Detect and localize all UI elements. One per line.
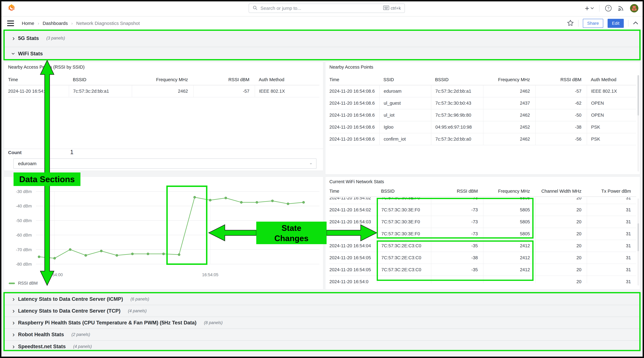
table-cell: 20	[535, 252, 587, 264]
table-cell: 2024-11-20 16:54:02	[330, 197, 377, 204]
column-header[interactable]: Auth Method	[587, 74, 636, 85]
column-header[interactable]: RSSI dBM	[193, 74, 255, 85]
star-icon[interactable]	[567, 19, 574, 27]
section-title: Robot Health Stats	[18, 332, 64, 338]
table-row: 2024-11-20 16:54:047C:57:3C:2E:C3:C0-352…	[330, 240, 636, 252]
table-cell: 2024-11-20 16:54:04	[330, 228, 377, 240]
user-avatar[interactable]	[630, 4, 638, 12]
add-button[interactable]: +	[585, 4, 594, 12]
table-cell: -73	[431, 228, 483, 240]
edit-button[interactable]: Edit	[608, 19, 624, 28]
table-cell: 20	[535, 216, 587, 228]
table-cell: 2452	[483, 121, 535, 133]
scrollbar[interactable]	[638, 75, 639, 172]
column-header[interactable]: Tx Power dBm	[587, 186, 636, 196]
chevron-right-icon: ›	[12, 343, 15, 350]
menu-icon[interactable]	[7, 20, 14, 26]
table-cell: 2462	[132, 85, 193, 97]
breadcrumb-home[interactable]: Home	[22, 21, 34, 26]
column-header[interactable]: Auth Method	[255, 74, 320, 85]
news-rss-icon[interactable]	[617, 4, 625, 12]
share-button[interactable]: Share	[583, 19, 603, 28]
help-icon[interactable]: ?	[605, 5, 612, 12]
table-cell: -62	[535, 97, 587, 109]
table-cell: Igloo	[379, 121, 431, 133]
table-cell: 20	[535, 240, 587, 252]
table-cell: 2437	[483, 97, 535, 109]
table-cell: 7C:57:3C:2E:C3:C0	[377, 252, 431, 264]
table-current-wifi: 2024-11-20 16:54:027C:57:3C:30:3E:F0-735…	[330, 197, 636, 283]
table-cell: 2024-11-20 16:54:04	[330, 240, 377, 252]
section-row-raspberry-pi-health-stats-cpu-temperature-fan-pwm-5hz-test-data[interactable]: ›Raspberry Pi Health Stats (CPU Temperat…	[4, 317, 640, 329]
column-header[interactable]: SSID	[379, 74, 431, 85]
table-cell: 20	[535, 264, 587, 276]
table-cell: 31	[587, 252, 636, 264]
breadcrumb-separator: ›	[38, 21, 39, 26]
breadcrumb-dashboards[interactable]: Dashboards	[43, 21, 68, 26]
search-icon	[253, 5, 258, 11]
chart-legend[interactable]: RSSI dBM	[9, 281, 38, 286]
column-header[interactable]: RSSI dBM	[431, 186, 483, 196]
column-header[interactable]: Time	[330, 186, 377, 196]
section-row-5g-stats[interactable]: ›5G Stats(3 panels)	[4, 29, 640, 47]
table-cell: -38	[535, 121, 587, 133]
column-header[interactable]: Time	[330, 74, 379, 85]
table-cell: 2412	[483, 240, 535, 252]
column-header[interactable]: Time	[8, 74, 69, 85]
table-cell: 7C:57:3C:2E:C3:C0	[377, 240, 431, 252]
annotation-label-line2: Changes	[256, 233, 326, 243]
column-header[interactable]: BSSID	[377, 186, 431, 196]
table-row: 2024-11-20 16:54:08.6ul_iot7c:57:3c:96:9…	[330, 109, 636, 121]
table-cell: PSK	[587, 133, 636, 145]
section-row-robot-health-stats[interactable]: ›Robot Health Stats(2 panels)	[4, 329, 640, 341]
search-shortcut-label: ctrl+k	[391, 6, 401, 11]
table-cell: 2462	[483, 133, 535, 145]
scrollbar[interactable]	[638, 198, 639, 286]
table-cell: eduroam	[379, 85, 431, 97]
table-row: 2024-11-20 16:54:057C:57:3C:2E:C3:C0-382…	[330, 252, 636, 264]
ssid-selected-value: eduroam	[18, 161, 36, 166]
table-row: 2024-11-20 16:54:027C:57:3C:30:3E:F0-735…	[330, 197, 636, 204]
breadcrumb-separator: ›	[71, 21, 73, 26]
column-header[interactable]: Channel Width MHz	[535, 186, 587, 196]
ssid-select-dropdown[interactable]: eduroam ›	[14, 158, 316, 169]
section-row-latency-stats-to-data-centre-server-tcp[interactable]: ›Latency Stats to Data Centre Server (TC…	[4, 305, 640, 317]
table-cell: -73	[431, 216, 483, 228]
section-panel-count: (8 panels)	[204, 320, 223, 325]
grafana-logo[interactable]	[8, 4, 16, 12]
table-cell: 7C:57:3C:30:3E:F0	[377, 228, 431, 240]
table-cell: 31	[587, 204, 636, 216]
chevron-right-icon: ›	[12, 296, 15, 302]
svg-text:16:54:00: 16:54:00	[46, 273, 63, 277]
column-header[interactable]: Frequency MHz	[132, 74, 193, 85]
table-cell: 31	[587, 228, 636, 240]
panel-nearby-ap-rssi-by-ssid: Nearby Access Points (RSSI by SSID) Time…	[4, 62, 323, 171]
svg-text:-50 dBm: -50 dBm	[16, 218, 32, 223]
table-cell: 7c:57:3c:96:9b:80	[431, 109, 483, 121]
table-row: 2024-11-20 16:54:027C:57:3C:30:3E:F0-735…	[330, 204, 636, 216]
column-header[interactable]: Frequency MHz	[483, 186, 535, 196]
column-header[interactable]: BSSID	[69, 74, 132, 85]
table-cell: 5805	[483, 204, 535, 216]
column-header[interactable]: Frequency MHz	[483, 74, 535, 85]
table-cell: -35	[431, 264, 483, 276]
annotation-label-line1: State	[256, 223, 326, 233]
section-row-speedtest-net-stats[interactable]: ›Speedtest.net Stats(4 panels)	[4, 341, 640, 353]
column-header[interactable]: RSSI dBM	[535, 74, 587, 85]
column-header[interactable]: BSSID	[431, 74, 483, 85]
collapse-chevron-up-icon[interactable]	[633, 21, 638, 25]
svg-text:?: ?	[607, 6, 609, 10]
table-cell: OPEN	[587, 109, 636, 121]
table-cell: 2462	[483, 85, 535, 97]
table-row: 2024-11-20 16:54:047C:57:3C:30:3E:F0-735…	[330, 228, 636, 240]
table-cell: 7C:57:3C:2E:C3:C0	[377, 264, 431, 276]
section-row-wifi-stats[interactable]: ›WiFi Stats	[4, 47, 640, 60]
svg-text:-40 dBm: -40 dBm	[16, 204, 32, 208]
table-cell: 7c:57:3c:2d:bb:a1	[431, 85, 483, 97]
table-cell: 2024-11-20 16:54:05	[330, 252, 377, 264]
chevron-right-icon: ›	[12, 35, 15, 41]
table-cell: -38	[431, 252, 483, 264]
search-input[interactable]: Search or jump to... ctrl+k	[249, 3, 405, 13]
section-row-latency-stats-to-data-centre-server-icmp[interactable]: ›Latency Stats to Data Centre Server (IC…	[4, 293, 640, 305]
svg-text:16:54:05: 16:54:05	[202, 273, 218, 277]
